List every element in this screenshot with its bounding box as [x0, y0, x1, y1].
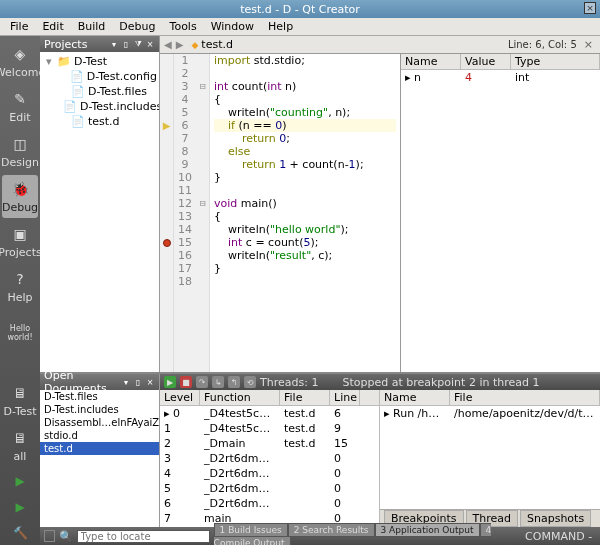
open-doc-item[interactable]: D-Test.includes: [40, 403, 159, 416]
breakpoint-icon[interactable]: [163, 239, 171, 247]
panel-filter-icon[interactable]: ⧩: [133, 39, 143, 49]
col-type[interactable]: Type: [511, 54, 600, 69]
stack-frame[interactable]: 5_D2rt6dmain…0: [160, 481, 379, 496]
mode-design[interactable]: ◫Design: [2, 130, 38, 173]
panel-close-icon[interactable]: ×: [145, 377, 155, 387]
mode-debug[interactable]: 🐞Debug: [2, 175, 38, 218]
monitor-icon: 🖥: [10, 383, 30, 403]
continue-button[interactable]: ▶: [164, 376, 176, 388]
locals-panel: Name Value Type ▸ n4int: [400, 54, 600, 372]
debug-run-button[interactable]: ▶: [10, 497, 30, 517]
open-docs-list[interactable]: D-Test.filesD-Test.includesDisassembl…el…: [40, 390, 159, 527]
fold-gutter[interactable]: ⊟⊟: [196, 54, 210, 372]
step-into-button[interactable]: ↳: [212, 376, 224, 388]
tree-item[interactable]: ▾📁D-Test: [42, 54, 157, 69]
fold-icon[interactable]: ⊟: [199, 82, 206, 91]
step-over-button[interactable]: ↷: [196, 376, 208, 388]
subtarget-selector[interactable]: 🖥all: [2, 424, 38, 467]
col-level[interactable]: Level: [160, 390, 200, 405]
mode-label: Edit: [9, 111, 30, 124]
menu-edit[interactable]: Edit: [36, 19, 69, 34]
nav-back-icon[interactable]: ◀: [164, 39, 172, 50]
locator-input[interactable]: [77, 530, 210, 543]
thread-selector[interactable]: Threads: 1: [260, 376, 318, 389]
stack-frame[interactable]: 2_Dmaintest.d15: [160, 436, 379, 451]
locals-body[interactable]: ▸ n4int: [401, 70, 600, 372]
panel-close-icon[interactable]: ×: [145, 39, 155, 49]
run-row[interactable]: ▸ Run /hom…/home/apoenitz/dev/d/test/tes…: [380, 406, 600, 421]
menu-build[interactable]: Build: [72, 19, 112, 34]
menu-debug[interactable]: Debug: [113, 19, 161, 34]
stack-frame[interactable]: 1_D4test5cou…test.d9: [160, 421, 379, 436]
open-doc-item[interactable]: D-Test.files: [40, 390, 159, 403]
panel-dropdown-icon[interactable]: ▾: [109, 39, 119, 49]
tree-item[interactable]: 📄test.d: [42, 114, 157, 129]
fold-icon[interactable]: ⊟: [199, 199, 206, 208]
target-selector[interactable]: 🖥D-Test: [2, 379, 38, 422]
col-line[interactable]: Line: [330, 390, 360, 405]
tree-label: D-Test.includes: [80, 100, 159, 113]
menu-tools[interactable]: Tools: [164, 19, 203, 34]
col-name[interactable]: Name: [401, 54, 461, 69]
run-body[interactable]: ▸ Run /hom…/home/apoenitz/dev/d/test/tes…: [380, 406, 600, 509]
mode-label: Welcome: [0, 66, 45, 79]
stack-body[interactable]: ▸ 0_D4test5cou…test.d6 1_D4test5cou…test…: [160, 406, 379, 527]
file-icon: 📄: [63, 100, 77, 113]
stack-frame[interactable]: 4_D2rt6dmain…0: [160, 466, 379, 481]
open-doc-item[interactable]: Disassembl…elnFAyaiZv): [40, 416, 159, 429]
mode-edit[interactable]: ✎Edit: [2, 85, 38, 128]
code-editor[interactable]: ▶ 123456789101112131415161718 ⊟⊟ import …: [160, 54, 400, 372]
design-icon: ◫: [10, 134, 30, 154]
close-icon[interactable]: ×: [584, 2, 596, 14]
stack-frame[interactable]: 3_D2rt6dmain…0: [160, 451, 379, 466]
tree-item[interactable]: 📄D-Test.includes: [42, 99, 157, 114]
expand-icon[interactable]: ▾: [46, 55, 54, 68]
panel-split-icon[interactable]: ▯: [121, 39, 131, 49]
stack-frame[interactable]: ▸ 0_D4test5cou…test.d6: [160, 406, 379, 421]
mode-welcome[interactable]: ◈Welcome: [2, 40, 38, 83]
tab-label: test.d: [201, 38, 233, 51]
run-header: Name File: [380, 390, 600, 406]
search-icon[interactable]: 🔍: [59, 530, 73, 543]
window-titlebar: test.d - D - Qt Creator ×: [0, 0, 600, 18]
col-value[interactable]: Value: [461, 54, 511, 69]
restart-button[interactable]: ⟲: [244, 376, 256, 388]
breakpoint-gutter[interactable]: ▶: [160, 54, 174, 372]
col-run-file[interactable]: File: [450, 390, 600, 405]
locals-row[interactable]: ▸ n4int: [401, 70, 600, 85]
tab-close-icon[interactable]: ×: [581, 38, 596, 51]
code-text[interactable]: import std.stdio;int count(int n){ write…: [210, 54, 400, 372]
stop-button[interactable]: ■: [180, 376, 192, 388]
open-doc-item[interactable]: stdio.d: [40, 429, 159, 442]
projects-panel-title: Projects: [44, 38, 87, 51]
mode-projects[interactable]: ▣Projects: [2, 220, 38, 263]
col-file[interactable]: File: [280, 390, 330, 405]
menu-window[interactable]: Window: [205, 19, 260, 34]
panel-dropdown-icon[interactable]: ▾: [121, 377, 131, 387]
step-out-button[interactable]: ↰: [228, 376, 240, 388]
panel-split-icon[interactable]: ▯: [133, 377, 143, 387]
build-button[interactable]: 🔨: [10, 523, 30, 543]
tree-item[interactable]: 📄D-Test.files: [42, 84, 157, 99]
nav-fwd-icon[interactable]: ▶: [176, 39, 184, 50]
run-button[interactable]: ▶: [10, 471, 30, 491]
output-tab-0[interactable]: 1 Build Issues: [214, 523, 288, 537]
open-doc-item[interactable]: test.d: [40, 442, 159, 455]
progress-icon[interactable]: [44, 530, 55, 542]
mode-help[interactable]: ?Help: [2, 265, 38, 308]
tree-label: test.d: [88, 115, 120, 128]
menu-help[interactable]: Help: [262, 19, 299, 34]
col-function[interactable]: Function: [200, 390, 280, 405]
debug-status-message: Stopped at breakpoint 2 in thread 1: [342, 376, 539, 389]
stack-frame[interactable]: 6_D2rt6dmain…0: [160, 496, 379, 511]
current-line-icon: ▶: [163, 120, 171, 131]
projects-tree[interactable]: ▾📁D-Test📄D-Test.config📄D-Test.files📄D-Te…: [40, 52, 159, 372]
output-tab-2[interactable]: 3 Application Output: [375, 523, 480, 537]
col-run-name[interactable]: Name: [380, 390, 450, 405]
tab-test-d[interactable]: ◆ test.d: [187, 38, 237, 51]
tree-item[interactable]: 📄D-Test.config: [42, 69, 157, 84]
edit-icon: ✎: [10, 89, 30, 109]
output-tab-1[interactable]: 2 Search Results: [288, 523, 375, 537]
menu-file[interactable]: File: [4, 19, 34, 34]
mode-label: Projects: [0, 246, 42, 259]
